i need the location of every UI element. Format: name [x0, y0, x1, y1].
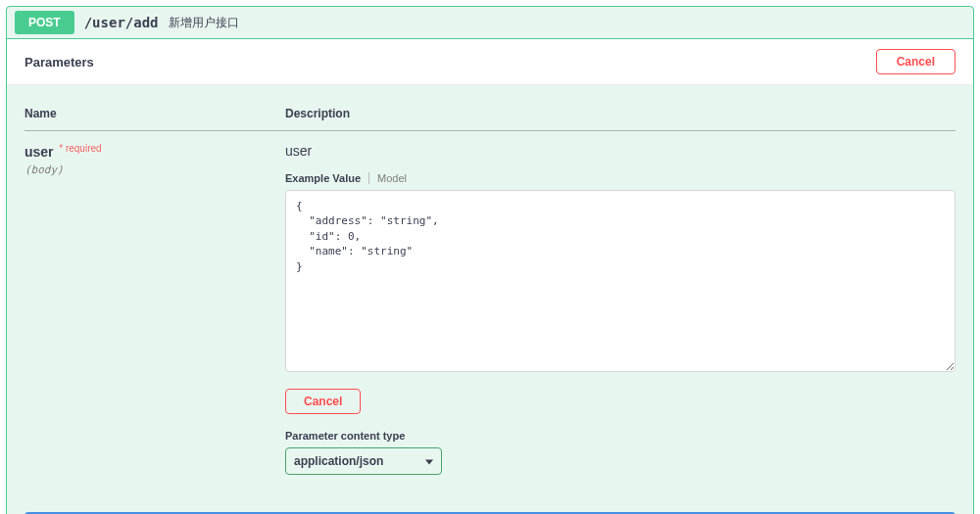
- body-tabbar: Example Value Model: [285, 172, 956, 184]
- content-type-label: Parameter content type: [285, 430, 956, 442]
- table-row: user * required (body) user Example Valu…: [24, 131, 956, 486]
- parameters-title: Parameters: [24, 55, 94, 70]
- operation-block: POST /user/add 新增用户接口 Parameters Cancel …: [6, 6, 974, 514]
- param-in: (body): [24, 164, 285, 176]
- cancel-body-button[interactable]: Cancel: [285, 389, 361, 414]
- operation-body: Parameters Cancel Name Description user: [7, 39, 973, 514]
- parameters-table: Name Description user * required: [24, 99, 956, 485]
- parameters-section-header: Parameters Cancel: [7, 39, 973, 85]
- execute-row: Execute: [7, 502, 973, 514]
- tab-example-value[interactable]: Example Value: [285, 172, 368, 184]
- param-name: user: [24, 144, 54, 160]
- cancel-tryout-button[interactable]: Cancel: [876, 49, 956, 74]
- tab-model[interactable]: Model: [369, 172, 415, 184]
- body-textarea[interactable]: { "address": "string", "id": 0, "name": …: [285, 190, 956, 372]
- col-name: Name: [24, 99, 285, 131]
- required-indicator: * required: [59, 143, 101, 154]
- col-description: Description: [285, 99, 956, 131]
- content-type-select-wrap: application/json: [285, 447, 442, 475]
- content-type-block: Parameter content type application/json: [285, 430, 956, 475]
- method-badge: POST: [15, 11, 74, 34]
- parameters-body: Name Description user * required: [7, 85, 973, 502]
- operation-path: /user/add: [84, 15, 159, 30]
- param-description: user: [285, 143, 956, 159]
- content-type-select[interactable]: application/json: [285, 447, 442, 475]
- operation-summary-bar[interactable]: POST /user/add 新增用户接口: [7, 7, 973, 39]
- operation-summary: 新增用户接口: [169, 15, 239, 31]
